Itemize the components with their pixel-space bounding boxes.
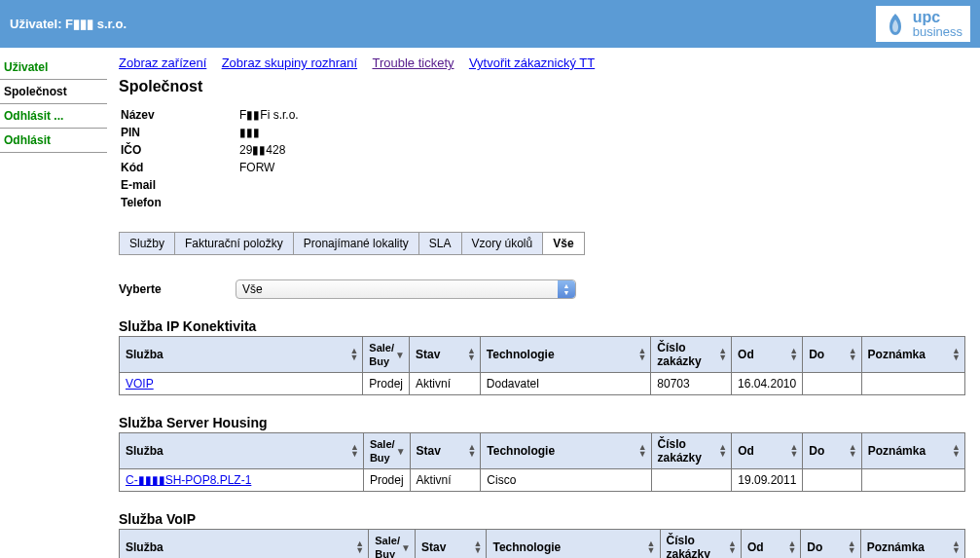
table-header-row: Služba▲▼ Sale/Buy▼ Stav▲▼ Technologie▲▼ … (120, 530, 965, 559)
sidebar: Uživatel Společnost Odhlásit ... Odhlási… (0, 48, 107, 558)
col-stav[interactable]: Stav▲▼ (410, 433, 481, 469)
link-zobraz-zarizeni[interactable]: Zobraz zařízení (119, 56, 206, 70)
col-sale[interactable]: Sale/Buy▼ (369, 530, 416, 559)
sort-icon: ▲▼ (718, 348, 727, 361)
cell-do (803, 469, 861, 492)
info-label: IČO (121, 142, 237, 158)
sort-icon: ▲▼ (848, 540, 856, 554)
info-label: Telefon (121, 195, 237, 210)
col-poznamka[interactable]: Poznámka▲▼ (860, 530, 964, 559)
section-title: Služba VoIP (119, 511, 970, 527)
sort-icon: ▲▼ (789, 348, 798, 361)
tab-vzory[interactable]: Vzory úkolů (462, 232, 544, 255)
col-sale[interactable]: Sale/Buy▼ (363, 433, 410, 469)
cell-tech: Dodavatel (480, 373, 650, 395)
col-zakazka[interactable]: Číslo zakázky▲▼ (651, 433, 732, 469)
sort-icon: ▲▼ (350, 444, 359, 458)
sort-desc-icon: ▼ (396, 448, 406, 455)
header-bar: Uživatel: F▮▮▮ s.r.o. upc business (0, 0, 980, 48)
info-value: 29▮▮428 (239, 142, 299, 158)
col-poznamka[interactable]: Poznámka▲▼ (861, 433, 964, 469)
sort-icon: ▲▼ (647, 540, 656, 554)
table-row: VOIP Prodej Aktivní Dodavatel 80703 16.0… (120, 373, 965, 395)
col-sluzba[interactable]: Služba▲▼ (120, 337, 363, 373)
sidebar-item-odhlasit-dots[interactable]: Odhlásit ... (0, 104, 107, 129)
sort-icon: ▲▼ (718, 444, 727, 458)
col-od[interactable]: Od▲▼ (732, 433, 803, 469)
info-label: Kód (121, 160, 237, 175)
col-technologie[interactable]: Technologie▲▼ (481, 433, 651, 469)
col-zakazka[interactable]: Číslo zakázky▲▼ (651, 337, 732, 373)
info-value: F▮▮Fi s.r.o. (239, 107, 299, 123)
company-info: NázevF▮▮Fi s.r.o. PIN▮▮▮ IČO29▮▮428 KódF… (119, 105, 301, 212)
filter-select-value: Vše (242, 282, 263, 296)
col-do[interactable]: Do▲▼ (803, 433, 861, 469)
col-do[interactable]: Do▲▼ (801, 530, 860, 559)
tab-vse[interactable]: Vše (543, 232, 584, 255)
cell-stav: Aktivní (410, 469, 481, 492)
cell-od: 16.04.2010 (732, 373, 803, 395)
col-technologie[interactable]: Technologie▲▼ (480, 337, 650, 373)
sort-icon: ▲▼ (467, 348, 476, 361)
service-link[interactable]: VOIP (126, 377, 154, 391)
sort-icon: ▲▼ (728, 540, 737, 554)
col-zakazka[interactable]: Číslo zakázky▲▼ (660, 530, 741, 559)
col-od[interactable]: Od▲▼ (741, 530, 800, 559)
main-content: Zobraz zařízení Zobraz skupiny rozhraní … (107, 48, 980, 558)
cell-od: 19.09.2011 (732, 469, 803, 492)
sort-icon: ▲▼ (787, 540, 796, 554)
filter-row: Vyberte Vše ▲▼ (119, 279, 970, 299)
section-title: Služba IP Konektivita (119, 318, 970, 334)
table-row: C-▮▮▮▮SH-POP8.PLZ-1 Prodej Aktivní Cisco… (120, 469, 965, 492)
link-trouble-tickety[interactable]: Trouble tickety (372, 56, 454, 70)
info-value (239, 177, 299, 193)
sort-icon: ▲▼ (952, 444, 961, 458)
brand-logo: upc business (876, 6, 970, 42)
service-link[interactable]: C-▮▮▮▮SH-POP8.PLZ-1 (126, 473, 251, 487)
info-label: E-mail (121, 177, 237, 193)
col-stav[interactable]: Stav▲▼ (410, 337, 481, 373)
link-zobraz-skupiny[interactable]: Zobraz skupiny rozhraní (222, 56, 357, 70)
tab-sla[interactable]: SLA (419, 232, 462, 255)
col-poznamka[interactable]: Poznámka▲▼ (861, 337, 964, 373)
cell-sale: Prodej (363, 373, 410, 395)
tab-fakturacni[interactable]: Fakturační položky (175, 232, 294, 255)
sort-icon: ▲▼ (849, 348, 857, 361)
sort-icon: ▲▼ (637, 348, 646, 361)
filter-select[interactable]: Vše ▲▼ (236, 279, 576, 299)
sort-icon: ▲▼ (349, 348, 358, 361)
header-user: Uživatel: F▮▮▮ s.r.o. (10, 17, 127, 31)
col-technologie[interactable]: Technologie▲▼ (487, 530, 660, 559)
sidebar-item-uzivatel[interactable]: Uživatel (0, 56, 107, 80)
col-sluzba[interactable]: Služba▲▼ (120, 433, 364, 469)
tab-bar: Služby Fakturační položky Pronajímané lo… (119, 232, 970, 255)
sort-icon: ▲▼ (355, 540, 364, 554)
table-ip-konektivita: Služba▲▼ Sale/Buy▼ Stav▲▼ Technologie▲▼ … (119, 336, 965, 395)
logo-text: upc business (913, 10, 962, 38)
col-sluzba[interactable]: Služba▲▼ (120, 530, 369, 559)
sort-desc-icon: ▼ (401, 544, 411, 551)
info-value: FORW (239, 160, 299, 175)
col-stav[interactable]: Stav▲▼ (415, 530, 487, 559)
sort-icon: ▲▼ (952, 348, 961, 361)
sort-icon: ▲▼ (789, 444, 798, 458)
tab-sluzby[interactable]: Služby (119, 232, 175, 255)
page-title: Společnost (119, 78, 970, 95)
cell-do (803, 373, 861, 395)
cell-zakazka: 80703 (651, 373, 732, 395)
filter-label: Vyberte (119, 282, 236, 296)
sidebar-item-spolecnost[interactable]: Společnost (0, 80, 107, 104)
table-header-row: Služba▲▼ Sale/Buy▼ Stav▲▼ Technologie▲▼ … (120, 337, 965, 373)
col-sale[interactable]: Sale/Buy▼ (363, 337, 410, 373)
col-od[interactable]: Od▲▼ (732, 337, 803, 373)
sidebar-item-odhlasit[interactable]: Odhlásit (0, 129, 107, 153)
col-do[interactable]: Do▲▼ (803, 337, 861, 373)
table-voip: Služba▲▼ Sale/Buy▼ Stav▲▼ Technologie▲▼ … (119, 529, 965, 558)
table-server-housing: Služba▲▼ Sale/Buy▼ Stav▲▼ Technologie▲▼ … (119, 432, 965, 492)
sort-icon: ▲▼ (849, 444, 857, 458)
tab-pronajimane[interactable]: Pronajímané lokality (294, 232, 419, 255)
link-vytvorit-tt[interactable]: Vytvořit zákaznický TT (469, 56, 595, 70)
top-links: Zobraz zařízení Zobraz skupiny rozhraní … (119, 56, 970, 70)
section-title: Služba Server Housing (119, 415, 970, 430)
table-header-row: Služba▲▼ Sale/Buy▼ Stav▲▼ Technologie▲▼ … (120, 433, 965, 469)
